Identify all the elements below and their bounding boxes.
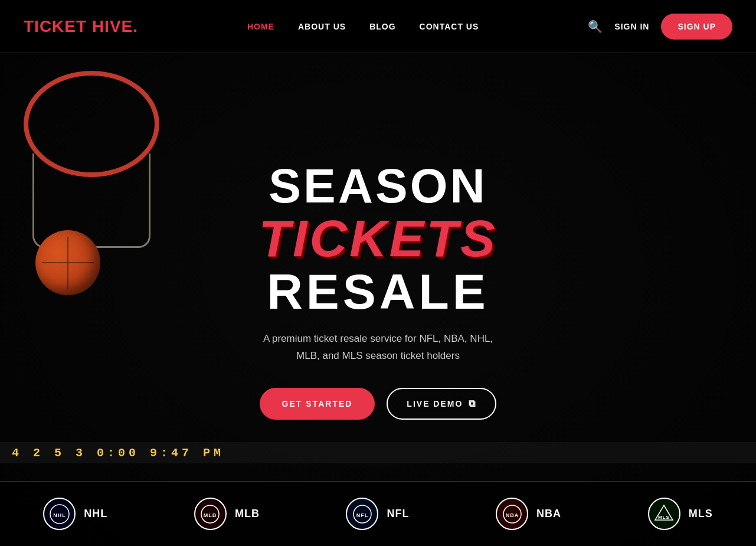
- nfl-label: NFL: [387, 508, 409, 520]
- hero-title-tickets: TICKETS: [254, 212, 502, 264]
- nba-logo: NBA: [496, 498, 528, 530]
- signup-button[interactable]: SIGN UP: [661, 14, 732, 40]
- mlb-logo-svg: MLB: [199, 504, 221, 525]
- nav-item-contact[interactable]: CONTACT US: [420, 21, 479, 32]
- nav-link-blog[interactable]: BLOG: [369, 22, 395, 31]
- league-nhl: NHL NHL: [43, 498, 107, 530]
- hero-section: 4 2 5 3 0:00 9:47 PM SEASON TICKETS RESA…: [0, 0, 756, 546]
- nfl-logo-svg: NFL: [352, 504, 373, 525]
- mlb-logo: MLB: [194, 498, 227, 530]
- scoreboard: 4 2 5 3 0:00 9:47 PM: [0, 442, 756, 463]
- nav-link-home[interactable]: HOME: [247, 22, 274, 31]
- nav-right: 🔍 SIGN IN SIGN UP: [588, 14, 732, 40]
- nhl-label: NHL: [84, 508, 107, 520]
- live-demo-label: LIVE DEMO: [407, 399, 463, 408]
- hero-subtitle: A premium ticket resale service for NFL,…: [254, 331, 502, 365]
- nba-logo-svg: NBA: [502, 504, 523, 525]
- svg-text:NBA: NBA: [505, 512, 519, 518]
- nav-item-about[interactable]: ABOUT US: [298, 21, 346, 32]
- score-display: 4 2 5 3 0:00 9:47 PM: [12, 446, 224, 460]
- basketball: [35, 230, 100, 295]
- nhl-logo: NHL: [43, 498, 76, 530]
- search-icon: 🔍: [588, 20, 603, 33]
- search-button[interactable]: 🔍: [588, 19, 603, 34]
- hero-content: SEASON TICKETS RESALE A premium ticket r…: [254, 126, 502, 420]
- league-nba: NBA NBA: [496, 498, 561, 530]
- nav-links: HOME ABOUT US BLOG CONTACT US: [247, 21, 479, 32]
- league-mls: MLS MLS: [648, 498, 713, 530]
- nhl-logo-svg: NHL: [49, 504, 70, 525]
- leagues-bar: NHL NHL MLB MLB NFL NFL: [0, 481, 756, 546]
- nav-item-home[interactable]: HOME: [247, 21, 274, 32]
- svg-text:NFL: NFL: [356, 512, 369, 518]
- svg-text:MLB: MLB: [204, 512, 217, 518]
- nav-link-contact[interactable]: CONTACT US: [420, 22, 479, 31]
- mlb-label: MLB: [235, 508, 260, 520]
- logo-text: TICKET HIVE.: [24, 17, 138, 35]
- mls-label: MLS: [689, 508, 713, 520]
- hoop-net: [32, 153, 150, 248]
- nav-item-blog[interactable]: BLOG: [369, 21, 395, 32]
- hero-title-season: SEASON: [254, 162, 502, 210]
- hero-buttons: GET STARTED LIVE DEMO ⧉: [254, 388, 502, 420]
- hero-title-resale: RESALE: [254, 267, 502, 316]
- external-link-icon: ⧉: [469, 398, 476, 409]
- get-started-button[interactable]: GET STARTED: [260, 388, 375, 420]
- navbar: TICKET HIVE. HOME ABOUT US BLOG CONTACT …: [0, 0, 756, 53]
- nfl-logo: NFL: [346, 498, 378, 530]
- mls-logo: MLS: [648, 498, 680, 530]
- svg-text:NHL: NHL: [53, 512, 66, 518]
- nav-link-about[interactable]: ABOUT US: [298, 22, 346, 31]
- league-mlb: MLB MLB: [194, 498, 260, 530]
- logo[interactable]: TICKET HIVE.: [24, 17, 138, 36]
- live-demo-button[interactable]: LIVE DEMO ⧉: [387, 388, 496, 420]
- nba-label: NBA: [536, 508, 561, 520]
- svg-text:MLS: MLS: [658, 515, 670, 520]
- league-nfl: NFL NFL: [346, 498, 409, 530]
- mls-logo-svg: MLS: [653, 504, 675, 525]
- hoop-decoration: [0, 53, 189, 254]
- signin-button[interactable]: SIGN IN: [614, 22, 649, 31]
